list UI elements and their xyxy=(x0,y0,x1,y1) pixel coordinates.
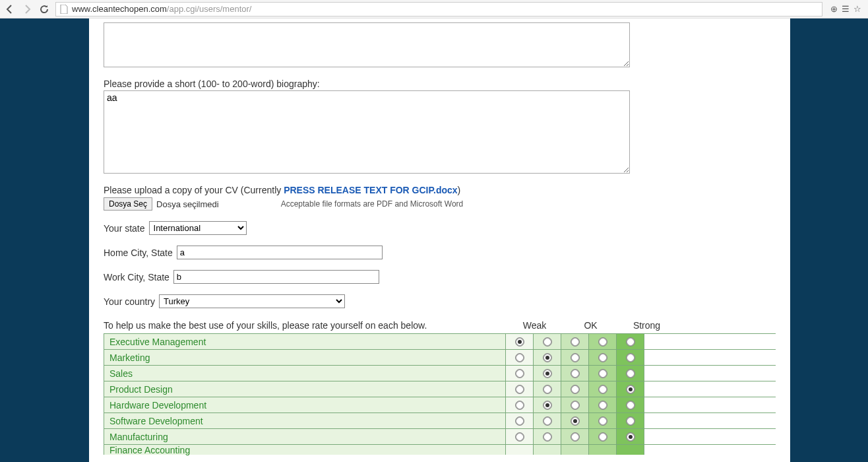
file-status: Dosya seçilmedi xyxy=(156,199,219,209)
skill-rating-cell[interactable] xyxy=(589,429,617,444)
skill-rating-cell[interactable] xyxy=(589,350,617,365)
radio-button[interactable] xyxy=(515,416,524,426)
back-button[interactable] xyxy=(4,3,16,15)
skill-rating-cell[interactable] xyxy=(561,397,589,412)
skill-rating-cell[interactable] xyxy=(534,413,561,428)
radio-button[interactable] xyxy=(543,416,552,426)
textarea-prev[interactable] xyxy=(104,22,630,67)
state-label: Your state xyxy=(104,223,145,234)
radio-button[interactable] xyxy=(626,337,635,346)
radio-button[interactable] xyxy=(543,432,552,442)
skill-name: Marketing xyxy=(104,350,506,365)
skill-rating-cell[interactable] xyxy=(561,381,589,397)
choose-file-button[interactable]: Dosya Seç xyxy=(104,197,152,211)
main-content: Please provide a short (100- to 200-word… xyxy=(89,18,790,462)
country-label: Your country xyxy=(104,296,155,307)
radio-button[interactable] xyxy=(626,385,635,394)
country-select[interactable]: Turkey xyxy=(159,294,345,308)
skill-rating-cell[interactable] xyxy=(589,413,617,428)
radio-button[interactable] xyxy=(598,385,607,394)
skill-rating-cell[interactable] xyxy=(534,445,561,455)
work-city-input[interactable] xyxy=(173,270,379,284)
skill-rating-cell[interactable] xyxy=(506,445,534,455)
skill-rating-cell[interactable] xyxy=(534,334,561,349)
skill-rating-cell[interactable] xyxy=(617,350,644,365)
radio-button[interactable] xyxy=(626,353,635,362)
radio-button[interactable] xyxy=(571,416,580,426)
skill-name: Software Development xyxy=(104,413,506,428)
radio-button[interactable] xyxy=(626,369,635,378)
upload-label-suffix: ) xyxy=(458,185,461,195)
radio-button[interactable] xyxy=(515,432,524,442)
radio-button[interactable] xyxy=(571,337,580,346)
skill-rating-cell[interactable] xyxy=(534,397,561,412)
radio-button[interactable] xyxy=(626,432,635,442)
skill-rating-cell[interactable] xyxy=(534,429,561,444)
skill-rating-cell[interactable] xyxy=(506,350,534,365)
skill-rating-cell[interactable] xyxy=(617,445,644,455)
skill-rating-cell[interactable] xyxy=(506,413,534,428)
skill-rating-cell[interactable] xyxy=(589,381,617,397)
home-city-input[interactable] xyxy=(177,246,383,259)
radio-button[interactable] xyxy=(598,401,607,410)
radio-button[interactable] xyxy=(515,337,524,346)
radio-button[interactable] xyxy=(626,416,635,426)
reload-button[interactable] xyxy=(38,3,50,15)
radio-button[interactable] xyxy=(598,353,607,362)
skill-rating-cell[interactable] xyxy=(617,397,644,412)
file-format-hint: Acceptable file formats are PDF and Micr… xyxy=(281,199,464,209)
state-select[interactable]: International xyxy=(149,221,247,235)
skill-rating-cell[interactable] xyxy=(534,381,561,397)
bio-textarea[interactable] xyxy=(104,90,630,174)
skill-rating-cell[interactable] xyxy=(506,334,534,349)
translate-icon[interactable]: ☰ xyxy=(842,4,850,14)
radio-button[interactable] xyxy=(515,385,524,394)
radio-button[interactable] xyxy=(598,337,607,346)
skill-rating-cell[interactable] xyxy=(617,413,644,428)
radio-button[interactable] xyxy=(571,385,580,394)
skill-rating-cell[interactable] xyxy=(589,366,617,381)
skill-rating-cell[interactable] xyxy=(506,366,534,381)
forward-button[interactable] xyxy=(21,3,33,15)
radio-button[interactable] xyxy=(626,401,635,410)
skill-rating-cell[interactable] xyxy=(617,334,644,349)
address-bar[interactable]: www.cleantechopen.com/app.cgi/users/ment… xyxy=(55,2,822,16)
skill-rating-cell[interactable] xyxy=(561,429,589,444)
skill-rating-cell[interactable] xyxy=(589,397,617,412)
skill-rating-cell[interactable] xyxy=(617,366,644,381)
radio-button[interactable] xyxy=(598,369,607,378)
skill-rating-cell[interactable] xyxy=(534,366,561,381)
radio-button[interactable] xyxy=(543,353,552,362)
radio-button[interactable] xyxy=(515,401,524,410)
radio-button[interactable] xyxy=(543,385,552,394)
skill-rating-cell[interactable] xyxy=(561,366,589,381)
skill-rating-cell[interactable] xyxy=(589,334,617,349)
radio-button[interactable] xyxy=(515,369,524,378)
zoom-icon[interactable]: ⊕ xyxy=(830,4,838,14)
radio-button[interactable] xyxy=(598,416,607,426)
radio-button[interactable] xyxy=(543,337,552,346)
radio-button[interactable] xyxy=(571,432,580,442)
radio-button[interactable] xyxy=(543,401,552,410)
uploaded-file-link[interactable]: PRESS RELEASE TEXT FOR GCIP.docx xyxy=(284,185,457,195)
skill-rating-cell[interactable] xyxy=(506,381,534,397)
skill-rating-cell[interactable] xyxy=(506,397,534,412)
radio-button[interactable] xyxy=(598,432,607,442)
skill-rating-cell[interactable] xyxy=(617,381,644,397)
skill-rating-cell[interactable] xyxy=(561,413,589,428)
skill-rating-cell[interactable] xyxy=(617,429,644,444)
skills-table: Executive ManagementMarketingSalesProduc… xyxy=(104,333,776,455)
radio-button[interactable] xyxy=(515,353,524,362)
radio-button[interactable] xyxy=(543,369,552,378)
star-icon[interactable]: ☆ xyxy=(853,4,861,14)
radio-button[interactable] xyxy=(571,369,580,378)
skill-row: Executive Management xyxy=(104,334,776,350)
skill-rating-cell[interactable] xyxy=(561,445,589,455)
skill-rating-cell[interactable] xyxy=(589,445,617,455)
skill-rating-cell[interactable] xyxy=(534,350,561,365)
skill-rating-cell[interactable] xyxy=(506,429,534,444)
skill-rating-cell[interactable] xyxy=(561,334,589,349)
skill-rating-cell[interactable] xyxy=(561,350,589,365)
radio-button[interactable] xyxy=(571,353,580,362)
radio-button[interactable] xyxy=(571,401,580,410)
